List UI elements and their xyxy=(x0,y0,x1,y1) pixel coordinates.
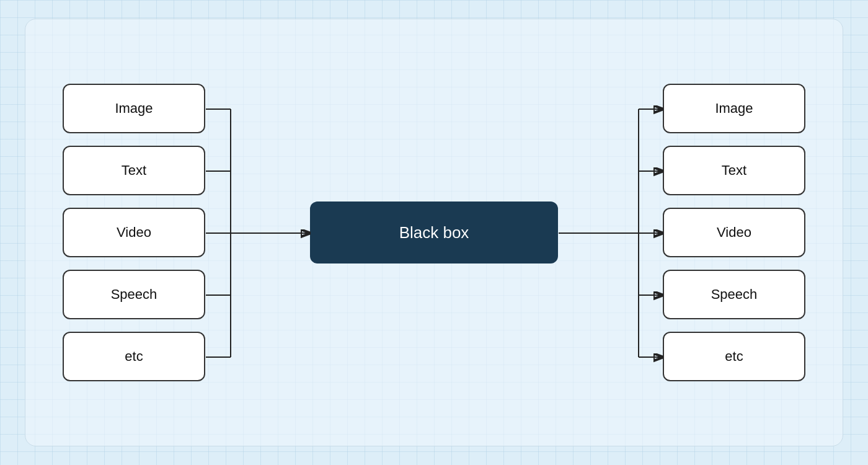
output-column: Image Text Video Speech etc xyxy=(663,84,805,381)
diagram-container: Image Text Video Speech etc Black box Im… xyxy=(25,19,843,446)
input-etc-node: etc xyxy=(63,332,205,381)
output-image-node: Image xyxy=(663,84,805,133)
input-speech-node: Speech xyxy=(63,270,205,319)
input-image-node: Image xyxy=(63,84,205,133)
output-speech-node: Speech xyxy=(663,270,805,319)
input-video-node: Video xyxy=(63,208,205,257)
output-etc-node: etc xyxy=(663,332,805,381)
input-column: Image Text Video Speech etc xyxy=(63,84,205,381)
input-text-node: Text xyxy=(63,146,205,195)
output-video-node: Video xyxy=(663,208,805,257)
output-text-node: Text xyxy=(663,146,805,195)
black-box-center: Black box xyxy=(310,202,558,264)
